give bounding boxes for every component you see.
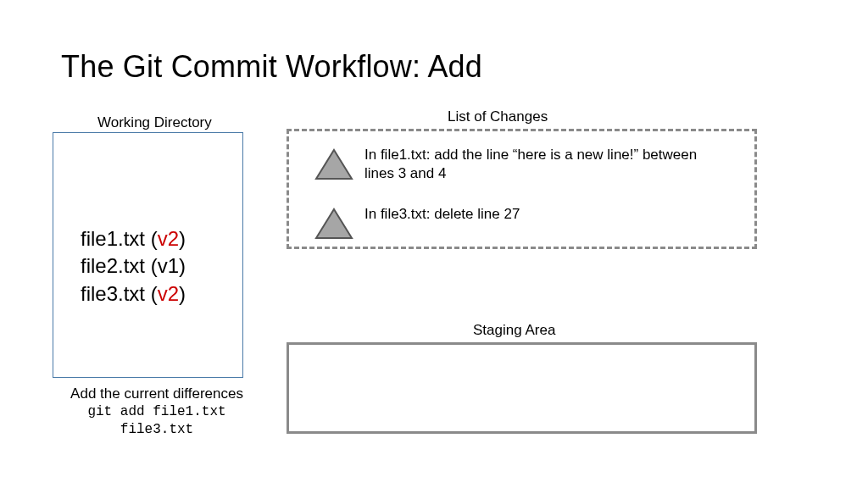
file-entry: file1.txt (v2) <box>81 225 186 252</box>
slide-title: The Git Commit Workflow: Add <box>61 49 482 85</box>
staging-area-box <box>287 342 757 434</box>
delta-icon <box>314 207 354 241</box>
slide: The Git Commit Workflow: Add Working Dir… <box>0 0 868 488</box>
file-version: v2 <box>158 227 179 250</box>
change-item: In file3.txt: delete line 27 <box>314 205 737 241</box>
svg-marker-1 <box>316 209 352 238</box>
file-name: file2.txt <box>81 254 145 277</box>
staging-area-label: Staging Area <box>473 322 555 339</box>
file-name: file1.txt <box>81 227 145 250</box>
working-directory-label: Working Directory <box>97 114 212 131</box>
add-caption: Add the current differences git add file… <box>51 385 263 439</box>
change-item: In file1.txt: add the line “here is a ne… <box>314 146 737 183</box>
change-text: In file3.txt: delete line 27 <box>364 205 520 224</box>
delta-icon <box>314 147 354 181</box>
file-list: file1.txt (v2) file2.txt (v1) file3.txt … <box>81 225 186 308</box>
change-text: In file1.txt: add the line “here is a ne… <box>364 146 721 183</box>
add-caption-text: Add the current differences <box>51 385 263 403</box>
file-name: file3.txt <box>81 282 145 305</box>
changes-label: List of Changes <box>448 108 548 125</box>
file-version: v1 <box>158 254 179 277</box>
svg-marker-0 <box>316 150 352 179</box>
file-entry: file2.txt (v1) <box>81 252 186 280</box>
add-command: git add file1.txt file3.txt <box>51 403 263 439</box>
file-entry: file3.txt (v2) <box>81 280 186 308</box>
file-version: v2 <box>158 282 179 305</box>
